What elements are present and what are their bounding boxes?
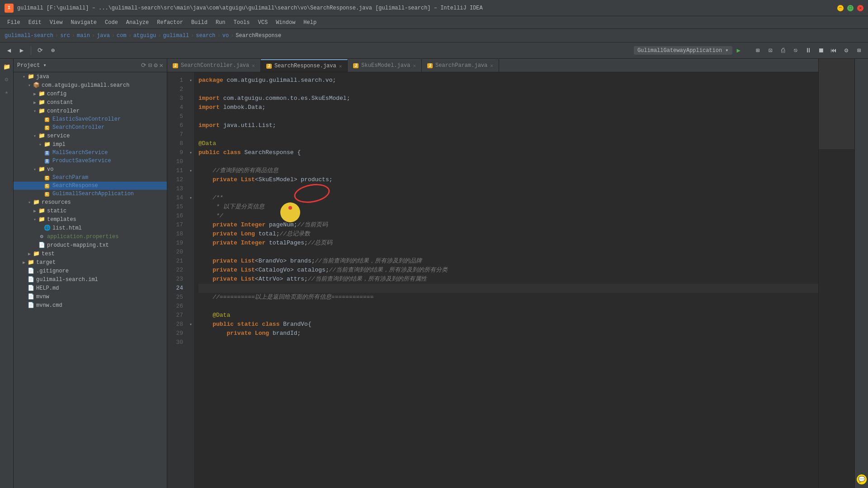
fold-marker[interactable] — [188, 284, 194, 293]
tree-item-productsaveservice[interactable]: IProductSaveService — [14, 157, 167, 165]
tab-close-btn[interactable]: ✕ — [490, 63, 493, 69]
menu-item-vcs[interactable]: VCS — [255, 18, 272, 27]
breadcrumb-item-src[interactable]: src — [60, 33, 70, 39]
tree-item-com-atguigu-gulimall-search[interactable]: ▾📦com.atguigu.gulimall.search — [14, 81, 167, 89]
tree-item-resources[interactable]: ▾📁resources — [14, 198, 167, 206]
toolbar-action-btn[interactable]: ⊡ — [765, 45, 776, 56]
maximize-button[interactable]: □ — [847, 5, 854, 11]
add-config-btn[interactable]: ⊕ — [47, 45, 58, 56]
fold-marker[interactable] — [188, 221, 194, 230]
fold-marker[interactable] — [188, 103, 194, 112]
fold-marker[interactable] — [188, 329, 194, 338]
structure-icon[interactable]: ⚙ — [2, 75, 12, 85]
menu-item-build[interactable]: Build — [188, 18, 211, 27]
fold-marker[interactable]: ▾ — [188, 148, 194, 157]
tree-item-constant[interactable]: ▶📁constant — [14, 98, 167, 107]
menu-item-refactor[interactable]: Refactor — [153, 18, 187, 27]
tree-item-elasticsavecontroller[interactable]: CElasticSaveController — [14, 115, 167, 123]
menu-item-view[interactable]: View — [46, 18, 66, 27]
editor-tab-SearchController-java[interactable]: JSearchController.java ✕ — [167, 59, 261, 72]
fold-marker[interactable] — [188, 139, 194, 148]
tree-item-gulimallsearchapplication[interactable]: CGulimallSearchApplication — [14, 190, 167, 198]
tree-item-templates[interactable]: ▾📁templates — [14, 215, 167, 224]
tree-item-vo[interactable]: ▾📁vo — [14, 165, 167, 174]
fold-marker[interactable] — [188, 338, 194, 347]
menu-item-window[interactable]: Window — [272, 18, 299, 27]
tree-item-help-md[interactable]: 📄HELP.md — [14, 284, 167, 292]
fold-marker[interactable] — [188, 230, 194, 239]
menu-item-code[interactable]: Code — [101, 18, 122, 27]
menu-item-help[interactable]: Help — [300, 18, 320, 27]
code-editor[interactable]: 1234567891011121314151617181920212223242… — [167, 72, 818, 488]
tree-item-controller[interactable]: ▾📁controller — [14, 107, 167, 115]
fold-marker[interactable] — [188, 266, 194, 275]
tree-item-product-mapping-txt[interactable]: 📄product-mapping.txt — [14, 241, 167, 249]
fold-marker[interactable] — [188, 85, 194, 94]
tree-item-service[interactable]: ▾📁service — [14, 131, 167, 140]
tree-item-mvnw-cmd[interactable]: 📄mvnw.cmd — [14, 301, 167, 310]
breadcrumb-item-search[interactable]: search — [196, 33, 215, 39]
menu-item-analyze[interactable]: Analyze — [123, 18, 152, 27]
fold-marker[interactable] — [188, 311, 194, 320]
fold-marker[interactable]: ▾ — [188, 166, 194, 175]
sidebar-collapse-btn[interactable]: ⊟ — [148, 61, 152, 69]
fold-marker[interactable] — [188, 157, 194, 166]
menu-item-edit[interactable]: Edit — [25, 18, 45, 27]
menu-item-run[interactable]: Run — [212, 18, 229, 27]
menu-item-file[interactable]: File — [4, 18, 24, 27]
sidebar-sync-btn[interactable]: ⟳ — [141, 61, 146, 69]
fold-marker[interactable] — [188, 175, 194, 184]
tree-item-mallsearchservice[interactable]: IMallSearchService — [14, 149, 167, 157]
close-button[interactable]: ✕ — [857, 5, 863, 11]
sidebar-close-btn[interactable]: ✕ — [160, 61, 163, 69]
editor-tab-SearchResponse-java[interactable]: JSearchResponse.java ✕ — [261, 59, 348, 72]
fold-marker[interactable] — [188, 211, 194, 221]
tree-item-static[interactable]: ▶📁static — [14, 206, 167, 215]
tree-item-searchparam[interactable]: CSearchParam — [14, 174, 167, 182]
tree-item-searchcontroller[interactable]: CSearchController — [14, 123, 167, 131]
forward-btn[interactable]: ▶ — [16, 45, 27, 56]
tab-close-btn[interactable]: ✕ — [413, 63, 416, 69]
toolbar-action-btn[interactable]: ⎋ — [790, 45, 801, 56]
breadcrumb-item-java[interactable]: java — [97, 33, 110, 39]
fold-marker[interactable]: ▾ — [188, 320, 194, 329]
toolbar-action-btn[interactable]: ⏸ — [803, 45, 814, 56]
tree-item-target[interactable]: ▶📁target — [14, 258, 167, 267]
tree-item-gulimall-search-iml[interactable]: 📄gulimall-search.iml — [14, 275, 167, 284]
tab-close-btn[interactable]: ✕ — [252, 63, 255, 69]
menu-item-tools[interactable]: Tools — [230, 18, 254, 27]
breadcrumb-item-vo[interactable]: vo — [222, 33, 229, 39]
fold-marker[interactable] — [188, 112, 194, 121]
breadcrumb-item-gulimall[interactable]: gulimall — [163, 33, 189, 39]
fold-marker[interactable] — [188, 257, 194, 266]
tree-item--gitignore[interactable]: 📄.gitignore — [14, 267, 167, 275]
toolbar-action-btn[interactable]: ⊞ — [854, 45, 864, 56]
breadcrumb-item-com[interactable]: com — [117, 33, 127, 39]
breadcrumb-item-atguigu[interactable]: atguigu — [133, 33, 156, 39]
back-btn[interactable]: ◀ — [4, 45, 14, 56]
breadcrumb-item-gulimall-search[interactable]: gulimall-search — [5, 33, 53, 39]
toolbar-action-btn[interactable]: ⊞ — [752, 45, 763, 56]
tree-item-application-properties[interactable]: ⚙application.properties — [14, 232, 167, 241]
toolbar-action-btn[interactable]: ⏹ — [816, 45, 826, 56]
fold-marker[interactable] — [188, 121, 194, 130]
tab-close-btn[interactable]: ✕ — [339, 63, 342, 69]
minimap-thumb[interactable] — [819, 59, 854, 149]
menu-item-navigate[interactable]: Navigate — [67, 18, 100, 27]
tree-item-list-html[interactable]: 🌐list.html — [14, 224, 167, 232]
fold-marker[interactable] — [188, 202, 194, 211]
fold-marker[interactable] — [188, 184, 194, 193]
favorites-icon[interactable]: ★ — [2, 88, 12, 98]
fold-marker[interactable] — [188, 302, 194, 311]
code-content[interactable]: package com.atguigu.gulimall.search.vo; … — [194, 72, 818, 488]
fold-marker[interactable] — [188, 239, 194, 248]
fold-marker[interactable]: ▾ — [188, 193, 194, 202]
toolbar-action-btn[interactable]: ⏮ — [828, 45, 839, 56]
project-icon[interactable]: 📁 — [2, 62, 12, 72]
tree-item-impl[interactable]: ▾📁impl — [14, 140, 167, 149]
tree-item-config[interactable]: ▶📁config — [14, 89, 167, 98]
fold-marker[interactable]: ▾ — [188, 76, 194, 85]
sidebar-settings-btn[interactable]: ⚙ — [154, 61, 157, 69]
fold-marker[interactable] — [188, 248, 194, 257]
tree-item-mvnw[interactable]: 📄mvnw — [14, 292, 167, 301]
